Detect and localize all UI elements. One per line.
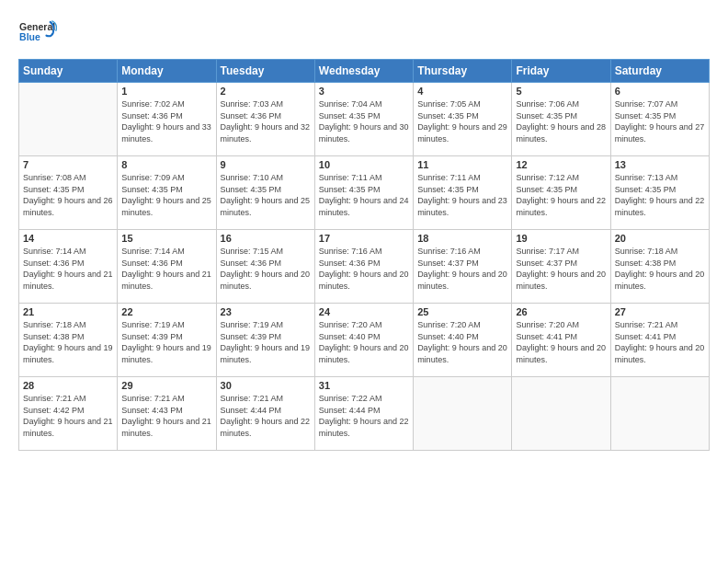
calendar-cell — [610, 377, 709, 451]
calendar-cell: 26 Sunrise: 7:20 AMSunset: 4:41 PMDaylig… — [512, 304, 610, 377]
day-info: Sunrise: 7:20 AMSunset: 4:40 PMDaylight:… — [417, 319, 507, 365]
day-number: 28 — [23, 380, 113, 391]
day-number: 8 — [121, 159, 211, 170]
calendar-cell: 22 Sunrise: 7:19 AMSunset: 4:39 PMDaylig… — [118, 304, 216, 377]
day-number: 4 — [417, 86, 507, 97]
day-info: Sunrise: 7:07 AMSunset: 4:35 PMDaylight:… — [615, 98, 705, 144]
calendar-cell: 30 Sunrise: 7:21 AMSunset: 4:44 PMDaylig… — [216, 377, 314, 451]
day-info: Sunrise: 7:12 AMSunset: 4:35 PMDaylight:… — [516, 172, 606, 218]
calendar-cell: 11 Sunrise: 7:11 AMSunset: 4:35 PMDaylig… — [414, 156, 512, 230]
day-info: Sunrise: 7:13 AMSunset: 4:35 PMDaylight:… — [615, 172, 705, 218]
calendar-cell: 17 Sunrise: 7:16 AMSunset: 4:36 PMDaylig… — [314, 230, 413, 304]
week-row-4: 21 Sunrise: 7:18 AMSunset: 4:38 PMDaylig… — [19, 304, 710, 377]
calendar-cell: 21 Sunrise: 7:18 AMSunset: 4:38 PMDaylig… — [19, 304, 118, 377]
col-header-thursday: Thursday — [414, 60, 512, 83]
calendar-cell: 12 Sunrise: 7:12 AMSunset: 4:35 PMDaylig… — [512, 156, 610, 230]
calendar-cell: 23 Sunrise: 7:19 AMSunset: 4:39 PMDaylig… — [216, 304, 314, 377]
calendar-cell: 4 Sunrise: 7:05 AMSunset: 4:35 PMDayligh… — [414, 83, 512, 156]
day-info: Sunrise: 7:04 AMSunset: 4:35 PMDaylight:… — [319, 98, 409, 144]
col-header-wednesday: Wednesday — [314, 60, 413, 83]
week-row-3: 14 Sunrise: 7:14 AMSunset: 4:36 PMDaylig… — [19, 230, 710, 304]
day-number: 24 — [319, 306, 409, 317]
calendar-cell: 31 Sunrise: 7:22 AMSunset: 4:44 PMDaylig… — [314, 377, 413, 451]
day-info: Sunrise: 7:19 AMSunset: 4:39 PMDaylight:… — [121, 319, 211, 365]
calendar-cell: 8 Sunrise: 7:09 AMSunset: 4:35 PMDayligh… — [118, 156, 216, 230]
day-number: 12 — [516, 159, 606, 170]
day-info: Sunrise: 7:02 AMSunset: 4:36 PMDaylight:… — [121, 98, 211, 144]
day-number: 19 — [516, 233, 606, 244]
col-header-friday: Friday — [512, 60, 610, 83]
day-number: 31 — [319, 380, 409, 391]
calendar-cell: 27 Sunrise: 7:21 AMSunset: 4:41 PMDaylig… — [610, 304, 709, 377]
day-info: Sunrise: 7:21 AMSunset: 4:44 PMDaylight:… — [221, 393, 311, 439]
day-info: Sunrise: 7:18 AMSunset: 4:38 PMDaylight:… — [615, 246, 705, 292]
day-number: 10 — [319, 159, 409, 170]
day-number: 6 — [615, 86, 705, 97]
calendar-table: SundayMondayTuesdayWednesdayThursdayFrid… — [18, 59, 710, 451]
logo: General Blue — [18, 15, 57, 50]
day-number: 11 — [417, 159, 507, 170]
calendar-cell: 14 Sunrise: 7:14 AMSunset: 4:36 PMDaylig… — [19, 230, 118, 304]
day-number: 26 — [516, 306, 606, 317]
logo-svg: General Blue — [18, 15, 57, 50]
day-info: Sunrise: 7:14 AMSunset: 4:36 PMDaylight:… — [23, 246, 113, 292]
day-info: Sunrise: 7:09 AMSunset: 4:35 PMDaylight:… — [121, 172, 211, 218]
day-info: Sunrise: 7:16 AMSunset: 4:36 PMDaylight:… — [319, 246, 409, 292]
day-number: 9 — [221, 159, 311, 170]
week-row-1: 1 Sunrise: 7:02 AMSunset: 4:36 PMDayligh… — [19, 83, 710, 156]
day-info: Sunrise: 7:17 AMSunset: 4:37 PMDaylight:… — [516, 246, 606, 292]
calendar-cell — [512, 377, 610, 451]
calendar-cell: 29 Sunrise: 7:21 AMSunset: 4:43 PMDaylig… — [118, 377, 216, 451]
day-number: 18 — [417, 233, 507, 244]
calendar-cell: 6 Sunrise: 7:07 AMSunset: 4:35 PMDayligh… — [610, 83, 709, 156]
week-row-2: 7 Sunrise: 7:08 AMSunset: 4:35 PMDayligh… — [19, 156, 710, 230]
day-number: 27 — [615, 306, 705, 317]
day-info: Sunrise: 7:19 AMSunset: 4:39 PMDaylight:… — [221, 319, 311, 365]
col-header-monday: Monday — [118, 60, 216, 83]
day-number: 17 — [319, 233, 409, 244]
day-number: 25 — [417, 306, 507, 317]
day-info: Sunrise: 7:22 AMSunset: 4:44 PMDaylight:… — [319, 393, 409, 439]
day-number: 2 — [221, 86, 311, 97]
day-number: 15 — [121, 233, 211, 244]
day-info: Sunrise: 7:10 AMSunset: 4:35 PMDaylight:… — [221, 172, 311, 218]
calendar-cell: 2 Sunrise: 7:03 AMSunset: 4:36 PMDayligh… — [216, 83, 314, 156]
calendar-cell: 1 Sunrise: 7:02 AMSunset: 4:36 PMDayligh… — [118, 83, 216, 156]
day-number: 14 — [23, 233, 113, 244]
week-row-5: 28 Sunrise: 7:21 AMSunset: 4:42 PMDaylig… — [19, 377, 710, 451]
day-number: 22 — [121, 306, 211, 317]
day-number: 29 — [121, 380, 211, 391]
calendar-cell: 13 Sunrise: 7:13 AMSunset: 4:35 PMDaylig… — [610, 156, 709, 230]
col-header-sunday: Sunday — [19, 60, 118, 83]
header: General Blue — [18, 15, 710, 50]
day-info: Sunrise: 7:11 AMSunset: 4:35 PMDaylight:… — [417, 172, 507, 218]
page: General Blue SundayMondayTuesdayWednesda… — [0, 0, 728, 563]
day-info: Sunrise: 7:20 AMSunset: 4:41 PMDaylight:… — [516, 319, 606, 365]
day-info: Sunrise: 7:21 AMSunset: 4:43 PMDaylight:… — [121, 393, 211, 439]
day-info: Sunrise: 7:21 AMSunset: 4:42 PMDaylight:… — [23, 393, 113, 439]
day-number: 16 — [221, 233, 311, 244]
day-info: Sunrise: 7:05 AMSunset: 4:35 PMDaylight:… — [417, 98, 507, 144]
calendar-header-row: SundayMondayTuesdayWednesdayThursdayFrid… — [19, 60, 710, 83]
day-info: Sunrise: 7:11 AMSunset: 4:35 PMDaylight:… — [319, 172, 409, 218]
day-info: Sunrise: 7:14 AMSunset: 4:36 PMDaylight:… — [121, 246, 211, 292]
day-info: Sunrise: 7:06 AMSunset: 4:35 PMDaylight:… — [516, 98, 606, 144]
day-number: 21 — [23, 306, 113, 317]
day-info: Sunrise: 7:16 AMSunset: 4:37 PMDaylight:… — [417, 246, 507, 292]
svg-text:Blue: Blue — [19, 31, 40, 42]
calendar-cell: 7 Sunrise: 7:08 AMSunset: 4:35 PMDayligh… — [19, 156, 118, 230]
day-info: Sunrise: 7:20 AMSunset: 4:40 PMDaylight:… — [319, 319, 409, 365]
day-info: Sunrise: 7:08 AMSunset: 4:35 PMDaylight:… — [23, 172, 113, 218]
day-number: 23 — [221, 306, 311, 317]
calendar-cell: 3 Sunrise: 7:04 AMSunset: 4:35 PMDayligh… — [314, 83, 413, 156]
day-number: 7 — [23, 159, 113, 170]
day-number: 3 — [319, 86, 409, 97]
day-info: Sunrise: 7:18 AMSunset: 4:38 PMDaylight:… — [23, 319, 113, 365]
calendar-cell: 20 Sunrise: 7:18 AMSunset: 4:38 PMDaylig… — [610, 230, 709, 304]
calendar-cell: 25 Sunrise: 7:20 AMSunset: 4:40 PMDaylig… — [414, 304, 512, 377]
day-number: 13 — [615, 159, 705, 170]
col-header-tuesday: Tuesday — [216, 60, 314, 83]
calendar-cell: 28 Sunrise: 7:21 AMSunset: 4:42 PMDaylig… — [19, 377, 118, 451]
day-number: 1 — [121, 86, 211, 97]
day-info: Sunrise: 7:03 AMSunset: 4:36 PMDaylight:… — [221, 98, 311, 144]
